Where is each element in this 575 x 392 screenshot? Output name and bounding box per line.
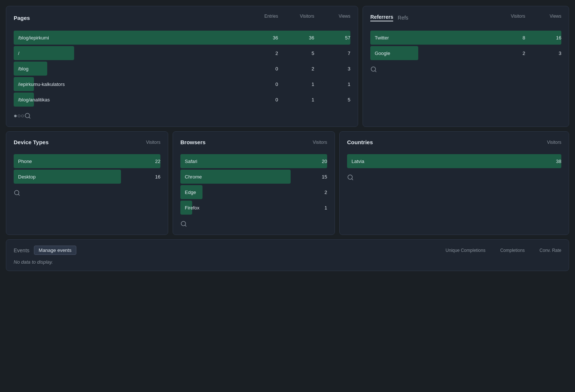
row-label: Twitter xyxy=(370,32,415,44)
pages-rows: /blog/iepirkumi363657/257/blog023/iepirk… xyxy=(14,31,350,107)
row-label: /iepirkumu-kalkulators xyxy=(14,79,69,90)
device-types-card: Device Types Visitors Phone22Desktop16 xyxy=(6,131,168,235)
events-col-completions: Completions xyxy=(500,248,525,253)
row-values: 2 xyxy=(309,190,327,195)
referrers-col-headers: Visitors Views xyxy=(507,14,561,19)
row-label: Desktop xyxy=(14,171,58,183)
referrers-search-icon[interactable] xyxy=(370,66,377,73)
table-row[interactable]: Phone22 xyxy=(14,154,160,168)
row-value: 2 xyxy=(309,190,327,195)
events-section: Events Manage events Unique Completions … xyxy=(6,239,569,271)
pages-col-views: Views xyxy=(332,14,350,19)
row-label: Safari xyxy=(180,156,225,167)
countries-header: Countries Visitors xyxy=(347,139,561,148)
row-values: 816 xyxy=(507,35,561,41)
table-row[interactable]: Chrome15 xyxy=(180,170,327,184)
row-values: 15 xyxy=(309,174,327,180)
countries-title: Countries xyxy=(347,139,373,145)
referrers-rows: Twitter816Google23 xyxy=(370,31,561,60)
row-value: 0 xyxy=(260,97,278,103)
table-row[interactable]: Edge2 xyxy=(180,185,327,199)
row-label: Edge xyxy=(180,187,225,198)
row-value: 38 xyxy=(543,159,561,164)
pages-header: Pages Entries Visitors Views xyxy=(14,14,350,25)
row-value: 3 xyxy=(332,66,350,72)
refs-tabs: Referrers Refs xyxy=(370,14,408,21)
row-value: 57 xyxy=(332,35,350,41)
table-row[interactable]: /257 xyxy=(14,46,350,60)
table-row[interactable]: /iepirkumu-kalkulators011 xyxy=(14,77,350,91)
row-value: 0 xyxy=(260,66,278,72)
table-row[interactable]: Twitter816 xyxy=(370,31,561,45)
dashboard: Pages Entries Visitors Views /blog/iepir… xyxy=(0,0,575,277)
events-no-data: No data to display. xyxy=(14,259,561,265)
row-value: 22 xyxy=(142,159,160,164)
device-title: Device Types xyxy=(14,139,49,145)
browsers-search-icon[interactable] xyxy=(180,221,187,227)
middle-row: Device Types Visitors Phone22Desktop16 B… xyxy=(6,131,569,235)
table-row[interactable]: Google23 xyxy=(370,46,561,60)
row-values: 20 xyxy=(309,159,327,164)
table-row[interactable]: /blog/analitikas015 xyxy=(14,93,350,107)
referrers-search-row xyxy=(370,66,561,73)
referrers-col-views: Views xyxy=(543,14,561,19)
table-row[interactable]: Latvia38 xyxy=(347,154,561,168)
row-value: 5 xyxy=(296,51,314,56)
browsers-header: Browsers Visitors xyxy=(180,139,327,148)
referrers-card: Referrers Refs Visitors Views Twitter816… xyxy=(363,6,569,127)
referrers-header: Referrers Refs Visitors Views xyxy=(370,14,561,25)
table-row[interactable]: /blog/iepirkumi363657 xyxy=(14,31,350,45)
refs-tab[interactable]: Refs xyxy=(398,15,408,21)
row-value: 16 xyxy=(543,35,561,41)
pages-card: Pages Entries Visitors Views /blog/iepir… xyxy=(6,6,358,127)
countries-search-row xyxy=(347,174,561,181)
row-values: 011 xyxy=(260,81,350,87)
row-values: 363657 xyxy=(260,35,350,41)
pages-col-visitors: Visitors xyxy=(296,14,314,19)
row-value: 2 xyxy=(507,51,525,56)
row-value: 1 xyxy=(296,81,314,87)
row-value: 2 xyxy=(260,51,278,56)
pages-search-row: ●○○ xyxy=(14,112,350,119)
browsers-search-row xyxy=(180,221,327,227)
device-search-icon[interactable] xyxy=(14,190,20,196)
row-label: /blog/analitikas xyxy=(14,94,58,105)
row-value: 2 xyxy=(296,66,314,72)
row-value: 0 xyxy=(260,81,278,87)
row-value: 1 xyxy=(332,81,350,87)
row-value: 36 xyxy=(296,35,314,41)
row-value: 7 xyxy=(332,51,350,56)
table-row[interactable]: Safari20 xyxy=(180,154,327,168)
row-value: 8 xyxy=(507,35,525,41)
row-label: Firefox xyxy=(180,202,225,214)
svg-line-9 xyxy=(351,178,353,180)
table-row[interactable]: Desktop16 xyxy=(14,170,160,184)
row-value: 1 xyxy=(309,205,327,211)
pages-search-icon-svg[interactable] xyxy=(24,112,31,119)
device-header: Device Types Visitors xyxy=(14,139,160,148)
row-value: 20 xyxy=(309,159,327,164)
row-values: 257 xyxy=(260,51,350,56)
row-values: 1 xyxy=(309,205,327,211)
referrers-col-visitors: Visitors xyxy=(507,14,525,19)
row-value: 16 xyxy=(142,174,160,180)
referrers-tab[interactable]: Referrers xyxy=(370,14,393,21)
table-row[interactable]: Firefox1 xyxy=(180,201,327,215)
row-values: 22 xyxy=(142,159,160,164)
pages-title: Pages xyxy=(14,15,30,21)
row-label: Latvia xyxy=(347,156,391,167)
browsers-card: Browsers Visitors Safari20Chrome15Edge2F… xyxy=(173,131,335,235)
events-col-conv: Conv. Rate xyxy=(540,248,561,253)
browsers-rows: Safari20Chrome15Edge2Firefox1 xyxy=(180,154,327,215)
countries-card: Countries Visitors Latvia38 xyxy=(339,131,569,235)
row-value: 5 xyxy=(332,97,350,103)
row-label: /blog xyxy=(14,63,58,74)
table-row[interactable]: /blog023 xyxy=(14,62,350,76)
manage-events-button[interactable]: Manage events xyxy=(34,246,76,255)
countries-search-icon[interactable] xyxy=(347,174,354,181)
row-value: 3 xyxy=(543,51,561,56)
svg-line-7 xyxy=(185,225,186,226)
pages-search-icon[interactable]: ●○○ xyxy=(14,112,24,119)
svg-line-3 xyxy=(375,70,376,72)
device-search-row xyxy=(14,190,160,196)
